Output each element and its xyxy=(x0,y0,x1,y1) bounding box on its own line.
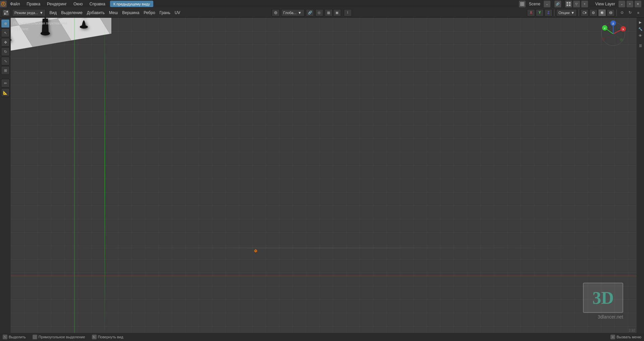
editor-toolbar: Режим реда... ▼ Вид Выделение Добавить М… xyxy=(0,8,644,18)
view-layer-label: View Layer xyxy=(593,2,617,6)
stat-vis[interactable]: ⌇ xyxy=(344,9,352,16)
item-panel-toggle[interactable]: ▶ xyxy=(637,19,643,25)
editor-type-btn[interactable] xyxy=(2,9,10,16)
svg-text:Z: Z xyxy=(612,22,614,25)
menu-status-icon: ≡ xyxy=(610,335,615,339)
menu-vertex[interactable]: Вершина xyxy=(120,9,141,16)
viewport-gizmo-toggle[interactable] xyxy=(272,9,280,16)
xyz-x[interactable]: X xyxy=(527,9,535,16)
options-selector[interactable]: Опции ▼ xyxy=(556,9,577,16)
workspace-icon[interactable] xyxy=(519,1,526,7)
solid-view-btn[interactable] xyxy=(598,9,606,16)
main-viewport[interactable]: Пользовательская перспектива (7) Plane X… xyxy=(11,18,637,333)
menu-uv[interactable]: UV xyxy=(173,9,182,16)
move-tool[interactable]: ✥ xyxy=(1,38,10,47)
status-select: ↖ Выделить xyxy=(3,335,26,339)
navigation-gizmo[interactable]: X Y Z xyxy=(600,20,627,47)
tool-panel-toggle[interactable]: 🔧 xyxy=(637,26,643,32)
view-layer-selector[interactable]: ⌄ xyxy=(619,1,625,7)
menu-select[interactable]: Выделение xyxy=(59,9,85,16)
right-toolbar: X Y Z Опции ▼ xyxy=(527,9,642,16)
mode-dropdown-icon: ▼ xyxy=(40,11,43,15)
menu-view[interactable]: Вид xyxy=(48,9,59,16)
menu-file[interactable]: Файл xyxy=(7,0,23,8)
snap-toggle[interactable]: 🔗 xyxy=(306,9,314,16)
menu-label: Вызвать меню xyxy=(616,335,641,339)
svg-text:X: X xyxy=(622,28,624,31)
svg-rect-8 xyxy=(569,2,571,4)
mode-selector[interactable]: Режим реда... ▼ xyxy=(12,9,46,16)
measure-tool[interactable]: 📐 xyxy=(1,88,10,97)
cursor-tool[interactable]: ⊕ xyxy=(1,19,10,28)
select-label: Выделить xyxy=(9,335,26,339)
overlay-btn[interactable]: ▦ xyxy=(325,9,333,16)
select-status-icon: ↖ xyxy=(3,335,7,339)
xyz-z[interactable]: Z xyxy=(544,9,552,16)
svg-point-42 xyxy=(620,38,623,42)
menu-edge[interactable]: Ребро xyxy=(142,9,157,16)
rotate-status-icon: ↻ xyxy=(92,335,97,339)
toolbar-sep-2 xyxy=(579,9,579,16)
view-panel-toggle[interactable]: 👁 xyxy=(637,33,643,39)
scene-selector[interactable]: ⌄ xyxy=(544,1,550,7)
rotate-label: Повернуть вид xyxy=(98,335,123,339)
y-axis-line xyxy=(105,18,105,333)
scene-label: Scene xyxy=(527,2,542,6)
status-bar: ↖ Выделить ⬚ Прямоугольное выделение ↻ П… xyxy=(0,333,644,341)
status-rect-select: ⬚ Прямоугольное выделение xyxy=(33,335,85,339)
view-layer-remove[interactable]: ✕ xyxy=(635,1,641,7)
overlay-toggle[interactable]: ⊙ xyxy=(619,9,626,16)
grid-options[interactable] xyxy=(565,1,572,7)
view-menu-group: Вид Выделение Добавить Меш Вершина Ребро… xyxy=(48,9,182,16)
svg-rect-12 xyxy=(6,11,8,12)
more-options[interactable]: ▽ xyxy=(573,1,580,7)
svg-rect-5 xyxy=(521,4,522,6)
left-toolbar: ⊕ ↖ ✥ ↻ ⤡ ⊞ ✏ 📐 xyxy=(0,18,11,333)
editor-type-group xyxy=(2,9,10,16)
rotate-tool[interactable]: ↻ xyxy=(1,47,10,56)
annotate-tool[interactable]: ✏ xyxy=(1,79,10,88)
svg-text:Y: Y xyxy=(604,27,606,30)
menu-face[interactable]: Грань xyxy=(158,9,172,16)
svg-rect-7 xyxy=(567,2,568,4)
go-back-button[interactable]: К предыдущему виду xyxy=(110,1,153,7)
header-toggle[interactable]: ≡ xyxy=(635,9,642,16)
menu-render[interactable]: Рендеринг xyxy=(44,0,70,8)
svg-rect-13 xyxy=(4,13,6,15)
render-preview-btn[interactable] xyxy=(589,9,597,16)
rect-select-status-icon: ⬚ xyxy=(33,335,37,339)
link-icon[interactable]: 🔗 xyxy=(554,1,561,7)
menu-window[interactable]: Окно xyxy=(70,0,86,8)
menu-help[interactable]: Справка xyxy=(86,0,109,8)
xyz-y[interactable]: Y xyxy=(536,9,544,16)
svg-rect-4 xyxy=(523,2,524,4)
x-axis-line xyxy=(11,248,637,248)
toolbar-sep-1 xyxy=(554,9,554,16)
svg-point-23 xyxy=(601,12,602,13)
svg-point-21 xyxy=(593,12,594,13)
svg-point-1 xyxy=(3,3,4,5)
select-tool[interactable]: ↖ xyxy=(1,29,10,37)
proportional-edit[interactable]: ◎ xyxy=(315,9,323,16)
wireframe-btn[interactable] xyxy=(607,9,615,16)
menu-mesh[interactable]: Меш xyxy=(107,9,120,16)
mode-selector-group: Режим реда... ▼ xyxy=(12,9,46,16)
blender-icon[interactable] xyxy=(0,1,7,7)
menu-edit[interactable]: Правка xyxy=(23,0,44,8)
add-workspace[interactable]: + xyxy=(581,1,588,7)
top-menu-bar: Файл Правка Рендеринг Окно Справка К пре… xyxy=(0,0,644,8)
mesh-display-group: ▦ ▣ xyxy=(325,9,341,16)
transform-space-selector[interactable]: Глоба... ▼ xyxy=(281,9,305,16)
sidebar-collections[interactable]: ☰ xyxy=(637,43,643,49)
gizmo-toggle[interactable]: ↻ xyxy=(627,9,634,16)
scale-tool[interactable]: ⤡ xyxy=(1,57,10,65)
watermark: 3D 3dlancer.net xyxy=(583,283,623,320)
camera-view-btn[interactable] xyxy=(581,9,589,16)
menu-add[interactable]: Добавить xyxy=(85,9,107,16)
xray-btn[interactable]: ▣ xyxy=(333,9,341,16)
svg-rect-10 xyxy=(569,4,571,6)
view-layer-new[interactable]: + xyxy=(627,1,633,7)
gizmo-svg: X Y Z xyxy=(600,20,627,47)
center-toolbar: Глоба... ▼ 🔗 ◎ ▦ ▣ ⌇ xyxy=(272,9,352,16)
transform-tool[interactable]: ⊞ xyxy=(1,66,10,75)
